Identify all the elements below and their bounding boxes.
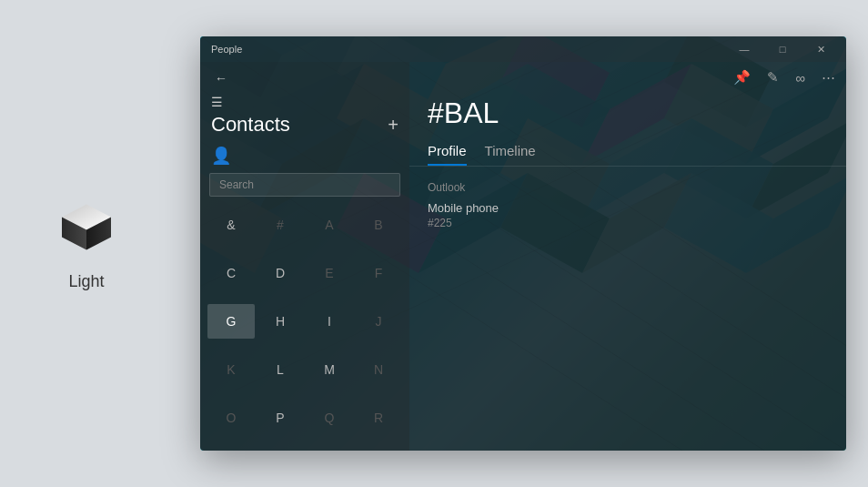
alpha-cell-L[interactable]: L xyxy=(257,352,304,387)
alpha-cell-E: E xyxy=(306,256,353,290)
search-input[interactable] xyxy=(209,173,400,197)
detail-tabs: Profile Timeline xyxy=(409,137,846,167)
more-icon[interactable]: ⋯ xyxy=(822,69,835,86)
link-icon[interactable]: ∞ xyxy=(795,70,805,86)
minimize-button[interactable]: — xyxy=(726,36,762,62)
maximize-button[interactable]: □ xyxy=(764,36,801,62)
close-button[interactable]: ✕ xyxy=(802,36,839,62)
hamburger-icon[interactable]: ☰ xyxy=(211,95,223,109)
alpha-cell-J: J xyxy=(355,304,402,339)
app-content: ← ☰ Contacts + 👤 &#ABCDEFGHIJKLMNOPQR xyxy=(200,62,846,451)
alpha-cell-K: K xyxy=(207,352,255,387)
edit-icon[interactable]: ✎ xyxy=(767,69,779,86)
left-icon-area: Light xyxy=(55,197,118,290)
alpha-cell-R: R xyxy=(355,401,402,435)
main-window: People — □ ✕ ← ☰ Contacts + xyxy=(200,36,846,451)
alpha-cell-C[interactable]: C xyxy=(207,256,255,290)
alpha-cell-D[interactable]: D xyxy=(257,256,304,290)
contacts-title: Contacts xyxy=(211,113,290,137)
alpha-cell-O: O xyxy=(207,401,255,435)
alpha-cell-H[interactable]: H xyxy=(257,304,304,339)
alphabet-grid: &#ABCDEFGHIJKLMNOPQR xyxy=(200,204,409,451)
person-icon[interactable]: 👤 xyxy=(211,147,231,165)
app-title: People xyxy=(211,44,242,55)
alpha-cell-#: # xyxy=(257,208,304,242)
scene: Light xyxy=(0,0,868,487)
alpha-cell-Q: Q xyxy=(306,401,353,435)
field-label: Mobile phone xyxy=(428,201,828,215)
alpha-cell-B: B xyxy=(355,208,402,242)
alpha-cell-&[interactable]: & xyxy=(207,208,255,242)
detail-panel: 📌 ✎ ∞ ⋯ #BAL Profile Timeline Outlook Mo… xyxy=(409,62,846,451)
alpha-cell-I[interactable]: I xyxy=(306,304,353,339)
alpha-cell-N: N xyxy=(355,352,402,387)
title-bar: People — □ ✕ xyxy=(200,36,846,62)
contacts-title-row: Contacts + xyxy=(200,111,409,144)
alpha-cell-A: A xyxy=(306,208,353,242)
contacts-header: ← xyxy=(200,62,409,95)
pin-icon[interactable]: 📌 xyxy=(733,69,751,86)
alpha-cell-F: F xyxy=(355,256,402,290)
detail-content: Outlook Mobile phone #225 xyxy=(409,167,846,244)
section-label: Outlook xyxy=(428,181,828,194)
alpha-cell-M[interactable]: M xyxy=(306,352,353,387)
alpha-cell-G[interactable]: G xyxy=(207,304,255,339)
contact-name: #BAL xyxy=(409,93,846,137)
contacts-panel: ← ☰ Contacts + 👤 &#ABCDEFGHIJKLMNOPQR xyxy=(200,62,409,451)
tab-profile[interactable]: Profile xyxy=(428,137,467,166)
field-value: #225 xyxy=(428,217,828,229)
back-button[interactable]: ← xyxy=(211,69,231,87)
detail-toolbar: 📌 ✎ ∞ ⋯ xyxy=(409,62,846,93)
alpha-cell-P[interactable]: P xyxy=(257,401,304,435)
title-bar-controls: — □ ✕ xyxy=(726,36,839,62)
icon-label: Light xyxy=(68,271,104,290)
tab-timeline[interactable]: Timeline xyxy=(485,137,536,166)
add-contact-button[interactable]: + xyxy=(388,115,399,136)
title-bar-left: People xyxy=(211,44,242,55)
cube-icon xyxy=(55,197,118,260)
